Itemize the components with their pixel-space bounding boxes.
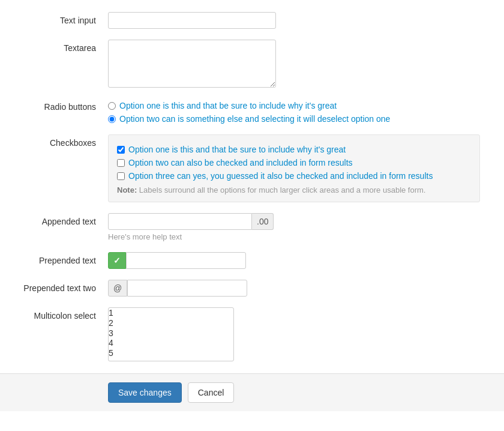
radio-label: Radio buttons: [12, 98, 108, 112]
prepended-check-addon: ✓: [108, 252, 126, 269]
checkbox-option-1-label: Option one is this and that be sure to i…: [128, 145, 346, 154]
checkboxes-label: Checkboxes: [12, 134, 108, 148]
textarea-label: Textarea: [12, 40, 108, 53]
appended-group: .00: [108, 213, 274, 230]
checkbox-option-1[interactable]: Option one is this and that be sure to i…: [117, 145, 471, 154]
text-input[interactable]: [108, 12, 276, 29]
checkboxes-row: Checkboxes Option one is this and that b…: [0, 134, 504, 202]
radio-option-1[interactable]: Option one is this and that be sure to i…: [108, 101, 390, 110]
prepended-text-two-input[interactable]: [127, 280, 247, 297]
radio-buttons-row: Radio buttons Option one is this and tha…: [0, 98, 504, 124]
checkbox-input-1[interactable]: [117, 146, 125, 154]
cancel-button[interactable]: Cancel: [188, 382, 235, 403]
radio-option-1-label: Option one is this and that be sure to i…: [119, 101, 337, 110]
radio-input-1[interactable]: [108, 102, 116, 110]
textarea-row: Textarea: [0, 40, 504, 88]
appended-addon: .00: [252, 213, 274, 230]
prepended-text-two-label: Prepended text two: [12, 280, 108, 293]
prepended-text-input[interactable]: [126, 252, 246, 269]
checkbox-option-3-label: Option three can yes, you guessed it als…: [128, 171, 433, 181]
checkmark-icon: ✓: [113, 256, 121, 265]
checkbox-input-3[interactable]: [117, 172, 125, 180]
select-option-2[interactable]: 2: [109, 318, 233, 328]
appended-text-input[interactable]: [108, 213, 252, 230]
radio-input-2[interactable]: [108, 115, 116, 123]
textarea-field[interactable]: [108, 40, 276, 88]
radio-option-2[interactable]: Option two can is something else and sel…: [108, 114, 390, 124]
prepended-group: ✓: [108, 252, 246, 269]
text-input-label: Text input: [12, 12, 108, 25]
appended-help-text: Here's more help text: [108, 232, 274, 241]
checkbox-input-2[interactable]: [117, 159, 125, 167]
appended-text-label: Appended text: [12, 213, 108, 226]
prepended-group-two: @: [108, 280, 247, 297]
select-option-4[interactable]: 4: [109, 338, 233, 348]
checkbox-option-3[interactable]: Option three can yes, you guessed it als…: [117, 171, 471, 181]
checkbox-note-label: Note:: [117, 185, 137, 194]
save-button[interactable]: Save changes: [108, 382, 182, 403]
multicolon-select-row: Multicolon select 1 2 3 4 5: [0, 307, 504, 361]
select-option-1[interactable]: 1: [109, 308, 233, 318]
radio-group: Option one is this and that be sure to i…: [108, 98, 390, 124]
checkbox-note-text: Labels surround all the options for much…: [139, 185, 426, 194]
checkbox-area: Option one is this and that be sure to i…: [108, 134, 480, 202]
text-input-row: Text input: [0, 12, 504, 29]
select-option-3[interactable]: 3: [109, 328, 233, 339]
multicolon-select-label: Multicolon select: [12, 307, 108, 321]
prepended-text-two-row: Prepended text two @: [0, 280, 504, 297]
radio-option-2-label: Option two can is something else and sel…: [119, 114, 390, 124]
prepended-text-row: Prepended text ✓: [0, 252, 504, 269]
multicolon-select[interactable]: 1 2 3 4 5: [108, 307, 234, 361]
footer-bar: Save changes Cancel: [0, 373, 504, 411]
checkbox-option-2-label: Option two can also be checked and inclu…: [128, 158, 353, 167]
appended-text-row: Appended text .00 Here's more help text: [0, 213, 504, 241]
at-addon: @: [108, 280, 127, 297]
prepended-text-label: Prepended text: [12, 252, 108, 265]
select-option-5[interactable]: 5: [109, 348, 233, 358]
checkbox-option-2[interactable]: Option two can also be checked and inclu…: [117, 158, 471, 167]
form-container: Text input Textarea Radio buttons Option…: [0, 0, 504, 411]
appended-text-field-wrapper: .00 Here's more help text: [108, 213, 274, 241]
checkbox-group: Option one is this and that be sure to i…: [117, 142, 471, 181]
checkbox-note: Note: Labels surround all the options fo…: [117, 185, 471, 194]
